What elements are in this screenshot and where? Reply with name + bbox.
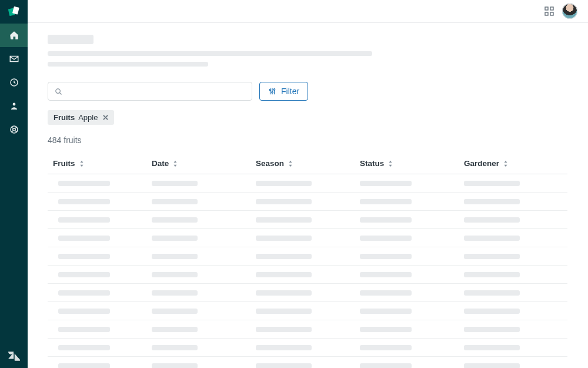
cell-skeleton: [152, 309, 198, 314]
search-input[interactable]: [68, 87, 246, 96]
cell-skeleton: [58, 345, 110, 350]
cell-date: [152, 363, 256, 368]
cell-season: [256, 236, 360, 241]
cell-status: [360, 363, 464, 368]
cell-skeleton: [152, 272, 198, 277]
table-row[interactable]: [48, 357, 567, 368]
table-row[interactable]: [48, 211, 567, 229]
clock-icon: [9, 77, 19, 88]
cell-status: [360, 272, 464, 277]
sidebar-nav: [0, 24, 28, 141]
table-row[interactable]: [48, 339, 567, 357]
column-label: Date: [152, 159, 169, 168]
sidebar: [0, 0, 28, 368]
cell-date: [152, 290, 256, 296]
table-row[interactable]: [48, 302, 567, 320]
avatar[interactable]: [562, 4, 577, 19]
svg-point-11: [269, 89, 271, 91]
cell-status: [360, 290, 464, 296]
cell-status: [360, 254, 464, 259]
brand-logo: [0, 0, 28, 24]
column-header-fruits[interactable]: Fruits: [48, 159, 152, 168]
cell-skeleton: [256, 199, 312, 204]
cell-skeleton: [152, 199, 198, 204]
content: Filter Fruits Apple 484 fruits: [28, 23, 588, 368]
cell-skeleton: [152, 181, 198, 186]
cell-skeleton: [152, 217, 198, 223]
sidebar-item-lifebuoy[interactable]: [0, 118, 28, 141]
cell-status: [360, 181, 464, 186]
column-header-season[interactable]: Season: [256, 159, 360, 168]
cell-date: [152, 327, 256, 332]
cell-gardener: [464, 217, 567, 223]
cell-fruits: [48, 254, 152, 259]
cell-gardener: [464, 181, 567, 186]
active-filter-tag[interactable]: Fruits Apple: [48, 110, 114, 125]
column-header-gardener[interactable]: Gardener: [464, 159, 567, 168]
cell-skeleton: [58, 272, 110, 277]
sidebar-item-clock[interactable]: [0, 71, 28, 94]
table-row[interactable]: [48, 284, 567, 302]
svg-point-5: [12, 128, 15, 131]
cell-skeleton: [58, 236, 110, 241]
search-box[interactable]: [48, 82, 252, 101]
table-row[interactable]: [48, 266, 567, 284]
cell-season: [256, 272, 360, 277]
brand-logo-icon: [8, 5, 21, 18]
app-switcher[interactable]: [544, 6, 554, 16]
cell-skeleton: [360, 345, 412, 350]
sidebar-item-person[interactable]: [0, 94, 28, 118]
filter-tag-remove[interactable]: [101, 114, 109, 122]
filter-button[interactable]: Filter: [259, 82, 308, 101]
cell-skeleton: [256, 363, 312, 368]
cell-date: [152, 254, 256, 259]
column-label: Status: [360, 159, 384, 168]
cell-skeleton: [152, 236, 198, 241]
cell-season: [256, 345, 360, 350]
cell-fruits: [48, 181, 152, 186]
cell-date: [152, 181, 256, 186]
cell-date: [152, 199, 256, 204]
cell-skeleton: [256, 327, 312, 332]
sort-icon: [387, 160, 393, 167]
cell-skeleton: [256, 309, 312, 314]
column-label: Gardener: [464, 159, 499, 168]
table-row[interactable]: [48, 174, 567, 193]
table-row[interactable]: [48, 229, 567, 247]
cell-fruits: [48, 217, 152, 223]
sidebar-item-mail[interactable]: [0, 47, 28, 71]
cell-skeleton: [256, 272, 312, 277]
cell-date: [152, 236, 256, 241]
cell-fruits: [48, 363, 152, 368]
filter-tag-key: Fruits: [54, 113, 75, 122]
cell-skeleton: [256, 290, 312, 296]
cell-skeleton: [256, 236, 312, 241]
sidebar-item-zendesk[interactable]: [0, 344, 28, 368]
table-row[interactable]: [48, 193, 567, 211]
svg-rect-6: [545, 7, 548, 10]
cell-skeleton: [152, 345, 198, 350]
column-header-status[interactable]: Status: [360, 159, 464, 168]
table-row[interactable]: [48, 247, 567, 266]
cell-skeleton: [360, 272, 412, 277]
table-row[interactable]: [48, 320, 567, 339]
cell-date: [152, 309, 256, 314]
cell-skeleton: [464, 309, 520, 314]
column-header-date[interactable]: Date: [152, 159, 256, 168]
cell-gardener: [464, 327, 567, 332]
cell-skeleton: [464, 254, 520, 259]
cell-skeleton: [464, 345, 520, 350]
cell-skeleton: [58, 181, 110, 186]
filter-button-label: Filter: [281, 87, 299, 96]
cell-season: [256, 181, 360, 186]
lifebuoy-icon: [9, 124, 19, 135]
column-label: Fruits: [53, 159, 75, 168]
sidebar-item-home[interactable]: [0, 24, 28, 47]
cell-skeleton: [58, 363, 110, 368]
topbar: [28, 0, 588, 23]
cell-skeleton: [464, 236, 520, 241]
cell-skeleton: [464, 199, 520, 204]
cell-skeleton: [256, 254, 312, 259]
cell-season: [256, 363, 360, 368]
cell-status: [360, 236, 464, 241]
